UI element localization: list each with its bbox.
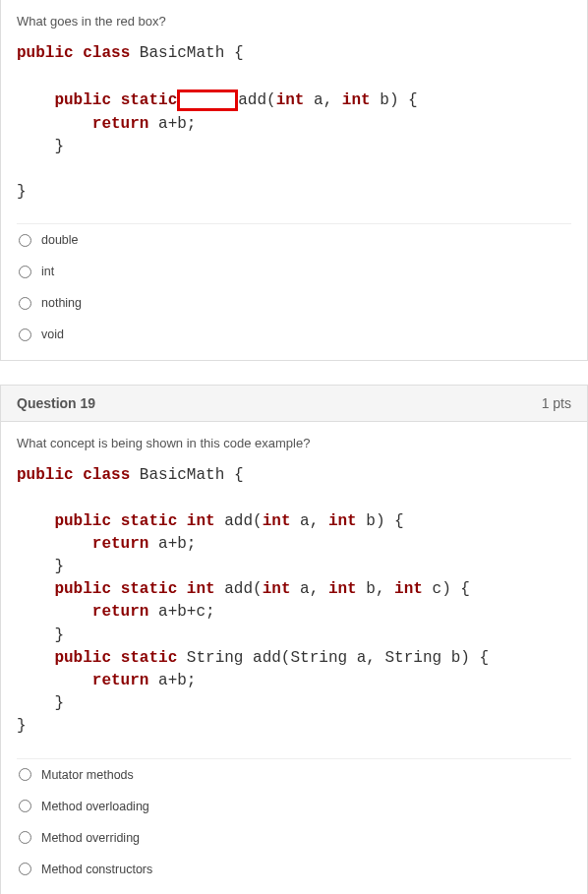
question-body: What concept is being shown in this code… xyxy=(1,422,587,894)
code-text: } xyxy=(17,558,64,575)
radio-input[interactable] xyxy=(19,768,31,781)
keyword: int xyxy=(187,512,215,530)
code-text: a, xyxy=(290,512,327,530)
brace: } xyxy=(17,717,27,735)
question-prompt: What concept is being shown in this code… xyxy=(17,436,571,450)
keyword: int xyxy=(187,580,215,598)
brace: { xyxy=(234,44,244,62)
radio-input[interactable] xyxy=(19,800,31,812)
keyword: return xyxy=(92,603,149,621)
keyword: int xyxy=(342,91,371,109)
question-points: 1 pts xyxy=(542,395,571,411)
answer-option[interactable]: int xyxy=(17,256,571,287)
answer-option[interactable]: nothing xyxy=(17,287,571,319)
answer-label: Mutator methods xyxy=(41,768,134,782)
keyword: public xyxy=(54,91,111,109)
code-text: a+b; xyxy=(148,672,196,689)
radio-input[interactable] xyxy=(19,297,31,310)
keyword: public xyxy=(54,649,111,667)
answer-label: Method overloading xyxy=(41,800,149,813)
code-text: add( xyxy=(224,512,262,530)
keyword: int xyxy=(328,512,357,530)
keyword: static xyxy=(121,91,178,109)
answer-option[interactable]: Method constructors xyxy=(17,854,571,885)
answer-label: int xyxy=(41,265,54,278)
red-box-blank xyxy=(177,89,238,111)
radio-input[interactable] xyxy=(19,831,31,844)
code-text: a, xyxy=(304,91,341,109)
keyword: static xyxy=(121,580,178,598)
code-text: c) { xyxy=(423,580,470,598)
class-name: BasicMath xyxy=(140,44,224,62)
radio-input[interactable] xyxy=(19,863,31,875)
code-text: a, xyxy=(290,580,327,598)
class-name: BasicMath xyxy=(140,466,224,484)
keyword: return xyxy=(92,672,149,689)
question-block-1: What goes in the red box? public class B… xyxy=(0,0,588,361)
code-text: add(String a, String b) { xyxy=(253,649,489,667)
answer-label: Method overriding xyxy=(41,831,140,845)
brace: { xyxy=(234,466,244,484)
answer-option[interactable]: double xyxy=(17,224,571,256)
keyword: public xyxy=(17,44,74,62)
code-block: public class BasicMath { public static i… xyxy=(17,464,571,738)
keyword: public xyxy=(17,466,74,484)
code-text: a+b+c; xyxy=(148,603,214,621)
code-text: a+b; xyxy=(148,115,196,133)
keyword: int xyxy=(276,91,305,109)
question-block-2: Question 19 1 pts What concept is being … xyxy=(0,385,588,894)
answer-label: double xyxy=(41,233,79,247)
code-block: public class BasicMath { public staticad… xyxy=(17,42,571,204)
code-text: } xyxy=(17,626,64,644)
answer-option[interactable]: void xyxy=(17,319,571,350)
keyword: static xyxy=(121,649,178,667)
question-prompt: What goes in the red box? xyxy=(17,14,571,29)
answer-label: Method constructors xyxy=(41,863,152,876)
keyword: int xyxy=(263,512,291,530)
answer-label: nothing xyxy=(41,296,82,310)
type: String xyxy=(187,649,244,667)
code-text: a+b; xyxy=(148,535,196,553)
keyword: return xyxy=(92,115,149,133)
code-text: b) { xyxy=(357,512,404,530)
question-body: What goes in the red box? public class B… xyxy=(1,0,587,360)
radio-input[interactable] xyxy=(19,234,31,247)
brace: } xyxy=(17,183,27,201)
keyword: int xyxy=(394,580,423,598)
keyword: class xyxy=(83,466,130,484)
keyword: public xyxy=(54,512,111,530)
code-text: b) { xyxy=(371,91,418,109)
code-text: add( xyxy=(238,91,275,109)
answer-label: void xyxy=(41,328,64,341)
code-text: b, xyxy=(357,580,394,598)
keyword: class xyxy=(83,44,130,62)
radio-input[interactable] xyxy=(19,266,31,278)
keyword: return xyxy=(92,535,149,553)
answer-list: double int nothing void xyxy=(17,223,571,350)
answer-option[interactable]: Mutator methods xyxy=(17,759,571,791)
keyword: int xyxy=(328,580,357,598)
answer-list: Mutator methods Method overloading Metho… xyxy=(17,758,571,885)
question-header: Question 19 1 pts xyxy=(1,386,587,422)
radio-input[interactable] xyxy=(19,328,31,341)
code-text: } xyxy=(17,694,64,712)
keyword: int xyxy=(263,580,291,598)
keyword: public xyxy=(54,580,111,598)
code-text: add( xyxy=(224,580,262,598)
answer-option[interactable]: Method overloading xyxy=(17,791,571,822)
answer-option[interactable]: Method overriding xyxy=(17,822,571,854)
code-text: } xyxy=(17,138,64,155)
keyword: static xyxy=(121,512,178,530)
question-title: Question 19 xyxy=(17,395,95,411)
